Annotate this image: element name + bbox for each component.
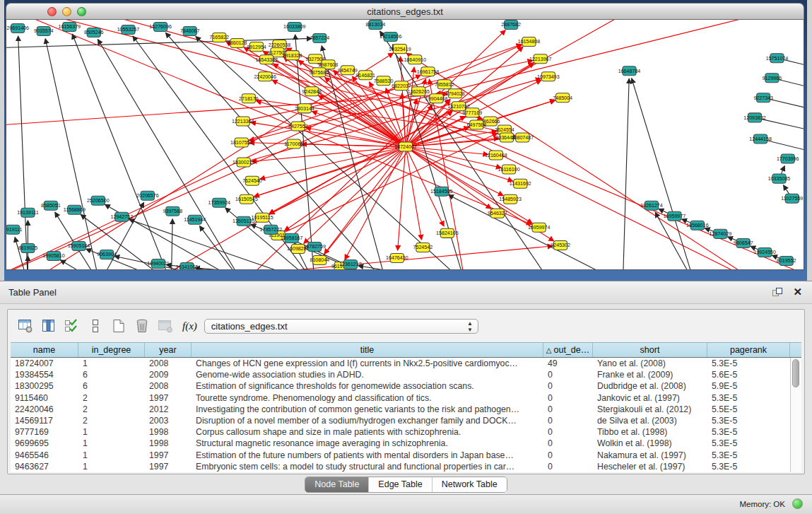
table-cell[interactable]: 22420046 xyxy=(11,404,78,415)
network-node[interactable]: 17703996 xyxy=(777,154,799,163)
vertical-scrollbar[interactable] xyxy=(790,358,801,472)
table-cell[interactable]: 0 xyxy=(543,450,593,461)
table-cell[interactable]: 2 xyxy=(78,415,145,426)
network-node[interactable]: 16341005 xyxy=(176,262,199,269)
network-node[interactable]: 7485004 xyxy=(553,93,572,103)
column-header-short[interactable]: short xyxy=(593,343,707,357)
network-node[interactable]: 8019552 xyxy=(777,256,796,265)
network-node[interactable]: 7624540 xyxy=(242,176,262,185)
network-node[interactable]: 10335085 xyxy=(768,174,791,183)
table-cell[interactable]: 2009 xyxy=(145,369,192,380)
network-node[interactable]: 8819025 xyxy=(18,243,38,252)
network-node[interactable]: 16033809 xyxy=(283,23,306,32)
table-cell[interactable]: 2 xyxy=(78,392,145,404)
network-node[interactable]: 8918328 xyxy=(283,51,302,60)
table-cell[interactable]: Genome-wide association studies in ADHD. xyxy=(192,369,543,380)
table-cell[interactable]: 5.3E-5 xyxy=(707,438,790,449)
network-node[interactable]: 3919111 xyxy=(6,225,22,234)
table-cell[interactable]: 5.3E-5 xyxy=(707,426,790,438)
network-node[interactable]: 19904468 xyxy=(425,94,448,103)
network-node[interactable]: 19218506 xyxy=(379,33,402,42)
table-cell[interactable]: 1 xyxy=(78,358,145,369)
network-node[interactable]: 9063904 xyxy=(97,250,117,259)
table-cell[interactable]: 1 xyxy=(78,426,145,438)
table-row[interactable]: 2242004622012Investigating the contribut… xyxy=(11,404,790,415)
table-cell[interactable]: 1997 xyxy=(145,461,192,472)
network-node[interactable]: 9397588 xyxy=(163,206,183,216)
table-cell[interactable]: 2008 xyxy=(145,358,192,369)
table-cell[interactable]: 1997 xyxy=(145,450,192,461)
network-node[interactable]: 16959974 xyxy=(528,223,551,232)
table-cell[interactable]: 18300295 xyxy=(11,380,78,392)
table-cell[interactable]: Corpus callosum shape and size in male p… xyxy=(192,426,543,438)
table-cell[interactable]: Disruption of a novel member of a sodium… xyxy=(192,415,543,426)
network-node[interactable]: 1170066 xyxy=(284,139,303,148)
scrollbar-thumb[interactable] xyxy=(792,359,799,387)
network-node[interactable]: 8813034 xyxy=(366,21,386,30)
network-node[interactable]: 9806547 xyxy=(734,238,753,247)
table-cell[interactable]: 5.3E-5 xyxy=(707,358,790,369)
table-cell[interactable]: 5.9E-5 xyxy=(707,380,790,392)
table-row[interactable]: 1872400712008Changes of HCN gene express… xyxy=(11,358,790,369)
network-node[interactable]: 9035574 xyxy=(34,27,54,36)
network-node[interactable]: 8454749 xyxy=(338,66,358,75)
column-header-pagerank[interactable]: pagerank xyxy=(707,343,790,357)
network-node[interactable]: 7588520 xyxy=(374,76,394,86)
table-row[interactable]: 946554611997Estimation of the future num… xyxy=(11,450,790,461)
network-node[interactable]: 12160468 xyxy=(485,151,507,160)
network-hub-node[interactable]: 18724007 xyxy=(394,142,417,151)
table-cell[interactable]: Tourette syndrome. Phenomenology and cla… xyxy=(192,392,543,404)
table-cell[interactable]: Embryonic stem cells: a model to study s… xyxy=(192,461,543,472)
network-node[interactable]: 9146821 xyxy=(355,71,375,80)
network-node[interactable]: 18107552 xyxy=(230,138,253,147)
table-cell[interactable]: 1998 xyxy=(145,438,192,449)
table-cell[interactable]: de Silva et al. (2003) xyxy=(593,415,707,426)
network-node[interactable]: 12213967 xyxy=(529,54,552,64)
network-node[interactable]: 15751074 xyxy=(766,54,789,63)
network-node[interactable]: 12942757 xyxy=(111,212,134,221)
table-cell[interactable]: 5.3E-5 xyxy=(707,392,790,404)
table-cell[interactable]: 0 xyxy=(543,392,593,404)
table-cell[interactable]: 14569117 xyxy=(11,415,78,426)
network-node[interactable]: 7524542 xyxy=(413,243,433,252)
table-cell[interactable]: Dudbridge et al. (2008) xyxy=(593,380,707,392)
network-node[interactable]: 2803144 xyxy=(295,104,314,113)
network-node[interactable]: 10553257 xyxy=(117,25,140,35)
network-node[interactable]: 2718176 xyxy=(239,94,259,103)
network-node[interactable]: 16116100 xyxy=(498,165,520,174)
table-cell[interactable]: 0 xyxy=(543,438,593,449)
network-node[interactable]: 25206500 xyxy=(87,196,110,205)
network-node[interactable]: 15276096 xyxy=(149,23,172,32)
table-cell[interactable]: 1 xyxy=(78,461,145,472)
network-node[interactable]: 8860128 xyxy=(228,39,247,48)
network-node[interactable]: 15300215 xyxy=(233,158,255,167)
table-cell[interactable]: Structural magnetic resonance image aver… xyxy=(192,438,543,449)
network-node[interactable]: 16543382 xyxy=(255,55,278,64)
network-node[interactable]: 12093832 xyxy=(743,113,766,122)
table-cell[interactable]: 5.5E-5 xyxy=(707,404,790,415)
column-header-year[interactable]: year xyxy=(145,343,192,357)
network-node[interactable]: 8585051 xyxy=(41,201,61,210)
network-node[interactable]: 15824105 xyxy=(436,228,459,238)
network-node[interactable]: 9875685 xyxy=(309,68,329,77)
network-node[interactable]: 8427552 xyxy=(288,122,308,131)
table-row[interactable]: 946362711997Embryonic stem cells: a mode… xyxy=(11,461,790,472)
table-row[interactable]: 911546021997Tourette syndrome. Phenomeno… xyxy=(11,392,790,404)
table-cell[interactable]: 5.3E-5 xyxy=(707,415,790,426)
table-cell[interactable]: 1998 xyxy=(145,426,192,438)
table-cell[interactable]: 1 xyxy=(78,438,145,449)
table-cell[interactable]: 2003 xyxy=(145,415,192,426)
import-table-button[interactable] xyxy=(156,317,175,335)
table-cell[interactable]: Jankovic et al. (1997) xyxy=(593,392,707,404)
network-node[interactable]: 12444158 xyxy=(749,134,772,144)
table-cell[interactable]: 9115460 xyxy=(11,392,78,404)
table-cell[interactable]: Estimation of significance thresholds fo… xyxy=(192,380,543,392)
column-header-out_de[interactable]: △out_de… xyxy=(543,343,593,357)
table-row[interactable]: 1830029562008Estimation of significance … xyxy=(11,380,790,392)
memory-ok-indicator[interactable] xyxy=(792,498,803,509)
function-builder-button[interactable]: f(x) xyxy=(182,320,197,332)
network-node[interactable]: 18640910 xyxy=(404,55,426,64)
network-node[interactable]: 6794028 xyxy=(445,89,465,98)
network-node[interactable]: 9546327 xyxy=(488,209,507,218)
network-node[interactable]: 10807487 xyxy=(512,133,534,142)
